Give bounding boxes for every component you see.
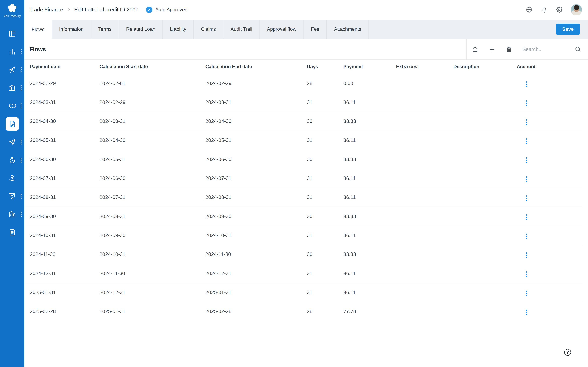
sidebar-item-menu-icon[interactable] [20, 84, 22, 91]
table-cell: 2024-10-31 [100, 245, 206, 264]
sidebar-item-payments[interactable] [6, 99, 19, 113]
brand-name: ZenTreasury [4, 14, 21, 18]
sidebar-item-menu-icon[interactable] [20, 67, 22, 73]
sidebar-item-menu-icon[interactable] [20, 211, 22, 217]
tab-bar: FlowsInformationTermsRelated LoanLiabili… [25, 20, 588, 39]
tab-information[interactable]: Information [52, 20, 91, 39]
row-actions-menu-icon[interactable] [524, 156, 528, 165]
sidebar-item-reports[interactable] [6, 190, 19, 203]
row-actions-menu-icon[interactable] [524, 308, 528, 317]
sidebar-item-guarantees[interactable] [6, 135, 19, 149]
tab-fee[interactable]: Fee [304, 20, 327, 39]
panel-title: Flows [29, 46, 46, 53]
brand: ZenTreasury [4, 0, 21, 18]
sidebar-item-menu-icon[interactable] [20, 48, 22, 55]
save-button[interactable]: Save [556, 24, 580, 35]
table-cell: 2024-03-31 [100, 112, 206, 131]
row-actions-menu-icon[interactable] [524, 80, 528, 89]
sidebar-item-menu-icon[interactable] [20, 157, 22, 163]
trash-icon[interactable] [501, 39, 518, 59]
table-cell [396, 74, 453, 93]
tab-audit-trail[interactable]: Audit Trail [223, 20, 260, 39]
table-row: 2024-09-302024-08-312024-09-303083.33 [25, 207, 582, 226]
row-actions-menu-icon[interactable] [524, 99, 528, 108]
tab-terms[interactable]: Terms [91, 20, 119, 39]
tab-liability[interactable]: Liability [163, 20, 194, 39]
table-cell: 2024-12-31 [205, 264, 307, 283]
account-cell [517, 245, 582, 264]
sidebar-item-documents[interactable] [6, 225, 19, 239]
help-icon[interactable]: ? [564, 349, 571, 356]
table-cell [453, 226, 517, 245]
table-row: 2024-10-312024-09-302024-10-313186.11 [25, 226, 582, 245]
sidebar-item-company[interactable] [6, 208, 19, 221]
account-cell [517, 150, 582, 169]
sidebar: ZenTreasury [0, 0, 25, 367]
sidebar-item-menu-icon[interactable] [20, 139, 22, 145]
globe-icon[interactable] [525, 6, 533, 13]
sidebar-item-bank[interactable] [6, 81, 19, 95]
sidebar-item-cash-flow[interactable] [6, 45, 19, 58]
table-cell [396, 93, 453, 112]
tabs: FlowsInformationTermsRelated LoanLiabili… [25, 20, 369, 39]
top-icons [525, 4, 582, 16]
account-cell [517, 169, 582, 188]
user-avatar[interactable] [571, 4, 582, 16]
table-cell: 2024-06-30 [100, 169, 206, 188]
table-cell: 83.33 [343, 207, 396, 226]
table-cell: 2024-04-30 [100, 131, 206, 150]
table-row: 2024-07-312024-06-302024-07-313186.11 [25, 169, 582, 188]
table-cell: 2024-11-30 [100, 264, 206, 283]
row-actions-menu-icon[interactable] [524, 137, 528, 146]
table-row: 2025-01-312024-12-312025-01-313186.11 [25, 283, 582, 302]
tab-attachments[interactable]: Attachments [327, 20, 369, 39]
add-icon[interactable] [484, 39, 501, 59]
table-cell: 2024-09-30 [205, 207, 307, 226]
export-icon[interactable] [467, 39, 484, 59]
table-cell: 31 [307, 169, 344, 188]
settings-gear-icon[interactable] [555, 6, 563, 13]
table-cell: 31 [307, 264, 344, 283]
row-actions-menu-icon[interactable] [524, 213, 528, 222]
table-cell: 30 [307, 150, 344, 169]
deposits-icon [8, 156, 16, 164]
table-cell: 2024-06-30 [205, 150, 307, 169]
table-cell [453, 169, 517, 188]
table-cell: 83.33 [343, 150, 396, 169]
tab-related-loan[interactable]: Related Loan [119, 20, 163, 39]
column-header: Account [517, 60, 582, 74]
table-cell: 2024-09-30 [100, 226, 206, 245]
payments-icon [8, 102, 16, 110]
tab-claims[interactable]: Claims [194, 20, 223, 39]
sidebar-item-deposits[interactable] [6, 153, 19, 167]
row-actions-menu-icon[interactable] [524, 194, 528, 203]
sidebar-item-menu-icon[interactable] [20, 103, 22, 109]
table-cell: 2024-11-30 [25, 245, 100, 264]
tab-flows[interactable]: Flows [25, 20, 52, 39]
sidebar-item-forecast[interactable] [6, 63, 19, 77]
table-cell: 83.33 [343, 112, 396, 131]
row-actions-menu-icon[interactable] [524, 175, 528, 184]
search-input[interactable] [522, 47, 571, 52]
tab-approval-flow[interactable]: Approval flow [260, 20, 304, 39]
row-actions-menu-icon[interactable] [524, 251, 528, 260]
row-actions-menu-icon[interactable] [524, 232, 528, 241]
table-cell: 86.11 [343, 169, 396, 188]
sidebar-item-dashboard[interactable] [6, 27, 19, 41]
row-actions-menu-icon[interactable] [524, 289, 528, 298]
sidebar-item-trade-finance[interactable] [6, 117, 19, 131]
app-root: ZenTreasury Trade Finance Edit Letter of… [0, 0, 588, 367]
table-cell [453, 188, 517, 207]
table-row: 2025-02-282025-01-312025-02-282877.78 [25, 302, 582, 321]
row-actions-menu-icon[interactable] [524, 118, 528, 127]
table-cell [396, 283, 453, 302]
table-cell: 2025-02-28 [25, 302, 100, 321]
notifications-bell-icon[interactable] [541, 6, 548, 13]
row-actions-menu-icon[interactable] [524, 270, 528, 279]
sidebar-item-menu-icon[interactable] [20, 193, 22, 200]
search-icon[interactable] [574, 46, 582, 53]
breadcrumb-section[interactable]: Trade Finance [29, 7, 63, 13]
sidebar-item-investments[interactable] [6, 171, 19, 185]
table-cell: 2024-08-31 [25, 188, 100, 207]
account-cell [517, 74, 582, 93]
